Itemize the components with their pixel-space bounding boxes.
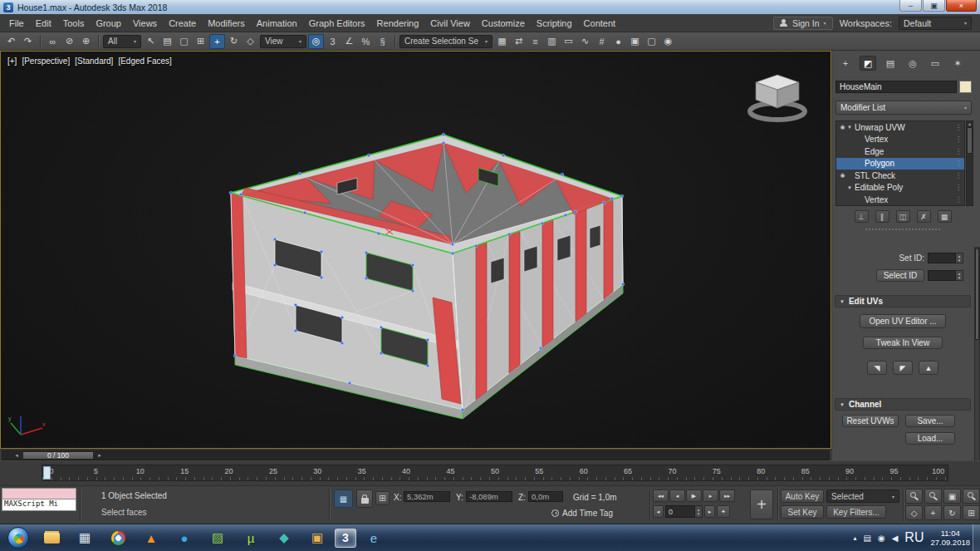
current-frame-value[interactable]: 0 [665,505,695,518]
x-coordinate-field[interactable]: 5,362m [404,491,450,502]
maximize-button[interactable]: ▣ [923,0,945,12]
select-and-rotate-icon[interactable]: ↻ [226,34,242,49]
key-previous-button[interactable]: ◂ [653,505,664,518]
sign-in-button[interactable]: Sign In ▾ [773,17,833,30]
reset-uvws-button[interactable]: Reset UVWs [842,415,899,427]
workspaces-dropdown[interactable]: Default ▾ [899,17,972,30]
toggle-ribbon-icon[interactable]: ▭ [561,34,576,49]
curve-editor-icon[interactable]: ∿ [577,34,593,49]
selection-lock-toggle[interactable] [356,490,373,508]
tab-motion[interactable]: ◎ [904,56,921,71]
next-frame-button[interactable]: ▸ [703,490,718,502]
house-model[interactable] [1,52,831,448]
stack-row-menu-icon[interactable]: ⋮ [954,135,963,143]
maxscript-listener-field[interactable]: MAXScript Mi [2,499,76,511]
zoom-region-icon[interactable] [963,489,980,504]
key-next-button[interactable]: ▸ [704,505,715,518]
tab-hierarchy[interactable]: ▤ [882,56,899,71]
modifier-stack-row[interactable]: Polygon ⋮ [836,158,964,170]
menu-item[interactable]: Group [90,16,127,31]
go-to-end-button[interactable]: ▸▸ [719,490,735,502]
spinner-snap-toggle-icon[interactable]: § [375,34,390,49]
tray-clock[interactable]: 11:04 27.09.2018 [930,529,970,547]
set-key-button[interactable]: Set Key [781,505,824,519]
modifier-stack-row[interactable]: ◉ STL Check ⋮ [836,170,964,182]
viewport-menu-style[interactable]: [Edged Faces] [118,57,171,66]
tray-expand-icon[interactable]: ▴ [853,534,856,542]
menu-item[interactable]: Views [127,16,163,31]
isolate-selection-toggle[interactable]: ▦ [334,490,353,508]
load-button[interactable]: Load... [905,432,955,445]
perspective-viewport[interactable]: [+] [Perspective] [Standard] [Edged Face… [0,51,831,449]
quick-planar-map-icon[interactable]: ◥ [867,361,887,375]
menu-item[interactable]: Rendering [371,16,425,31]
scrollbar-thumb[interactable] [975,248,979,340]
track-bar-ruler[interactable]: 0510152025303540455055606570758085909510… [42,465,948,481]
modifier-stack-row[interactable]: Edge ⋮ [836,145,964,158]
key-filters-button[interactable]: Key Filters... [826,505,886,519]
zoom-icon[interactable] [905,489,923,504]
tweak-in-view-button[interactable]: Tweak In View [863,337,943,349]
select-object-icon[interactable]: ↖ [143,34,159,49]
minimize-button[interactable]: – [899,0,922,12]
quick-peel-icon[interactable]: ◤ [893,361,913,375]
select-and-scale-icon[interactable]: ◇ [243,34,258,49]
quick-pelt-icon[interactable]: ▲ [919,361,938,375]
titlebar[interactable]: 3 House1.max - Autodesk 3ds Max 2018 – ▣… [0,0,980,14]
stack-row-menu-icon[interactable]: ⋮ [954,148,963,155]
tab-modify[interactable]: ◩ [860,56,876,71]
rectangular-selection-region-icon[interactable]: ▢ [176,34,192,49]
app-icon[interactable]: 3 [3,2,13,12]
current-frame-spinner[interactable]: 0 ▴▾ [665,505,703,518]
stack-row-menu-icon[interactable]: ⋮ [954,124,963,131]
remove-modifier-icon[interactable]: ✗ [917,210,931,223]
media-app-icon[interactable]: ◆ [268,526,300,549]
absolute-mode-toggle[interactable]: ⊞ [375,491,390,505]
select-id-spinner[interactable]: ▴▾ [928,270,963,281]
named-selection-set-dropdown[interactable]: Create Selection Se ▾ [399,35,492,48]
field-of-view-icon[interactable]: ◇ [905,505,923,520]
photo-viewer-icon[interactable]: ▣ [301,526,333,549]
maxscript-mini-listener[interactable]: MAXScript Mi [2,488,76,511]
previous-frame-arrow[interactable]: ◂ [12,451,21,460]
spinner-arrows-icon[interactable]: ▴▾ [956,253,963,263]
rendered-frame-window-icon[interactable]: ▢ [644,34,659,49]
auto-key-button[interactable]: Auto Key [781,490,824,503]
chrome-icon[interactable] [102,526,134,549]
menu-item[interactable]: Animation [251,16,303,31]
tab-create[interactable]: + [837,56,854,71]
select-and-link-icon[interactable]: ∞ [45,34,61,49]
menu-item[interactable]: File [3,16,30,31]
undo-icon[interactable]: ↶ [3,34,19,49]
selection-set-key-dropdown[interactable]: Selected ▾ [826,490,899,503]
modifier-stack-row[interactable]: Vertex ⋮ [836,194,964,206]
selection-filter-dropdown[interactable]: All ▾ [103,35,141,48]
maximize-viewport-toggle-icon[interactable]: ⊞ [963,505,980,520]
object-name-field[interactable]: HouseMain [835,81,957,93]
menu-item[interactable]: Customize [476,16,531,31]
previous-frame-button[interactable]: ◂ [669,490,685,502]
key-mode-toggle[interactable]: ✦ [717,505,730,518]
reference-coordinate-dropdown[interactable]: View ▾ [260,35,306,48]
schematic-view-icon[interactable]: # [594,34,610,49]
show-desktop-button[interactable] [973,524,980,551]
add-time-tag[interactable]: Add Time Tag [551,509,613,518]
use-pivot-point-center-icon[interactable]: ◎ [308,34,324,49]
utorrent-icon[interactable]: µ [235,526,267,549]
menu-item[interactable]: Scripting [531,16,578,31]
show-end-result-icon[interactable]: ∥ [875,210,889,223]
internet-explorer-icon[interactable]: e [358,526,390,549]
menu-item[interactable]: Tools [57,16,91,31]
z-coordinate-field[interactable]: 0,0m [528,491,563,502]
select-id-value[interactable] [928,270,956,281]
viewcube[interactable] [746,70,809,125]
spinner-arrows-icon[interactable]: ▴▾ [956,270,963,281]
scrollbar-thumb[interactable] [967,127,973,154]
windows-explorer-icon[interactable] [36,526,67,549]
viewport-menu-plus[interactable]: [+] [7,57,17,66]
menu-item[interactable]: Create [163,16,202,31]
stack-row-menu-icon[interactable]: ⋮ [954,172,963,180]
modifier-stack-row[interactable]: Vertex ⋮ [836,134,964,146]
visibility-eye-icon[interactable]: ◉ [838,124,847,130]
viewport-menu-view[interactable]: [Perspective] [22,57,70,66]
